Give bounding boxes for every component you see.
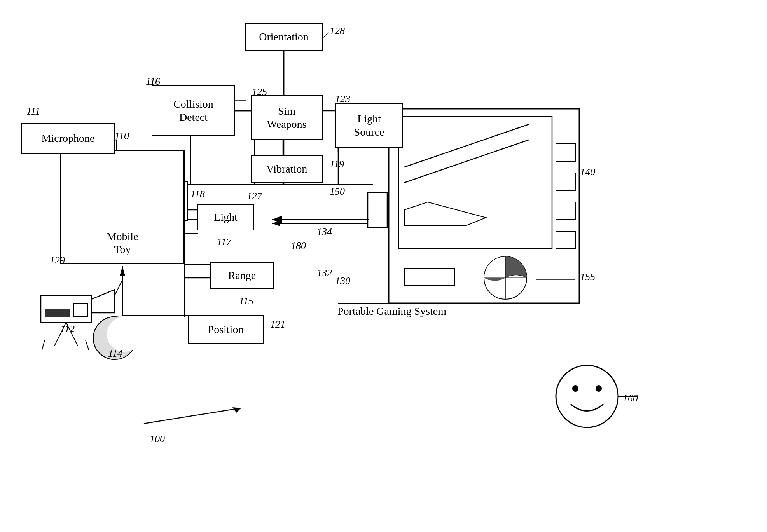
ref-130: 130 (335, 275, 350, 287)
mobile-toy-box: MobileToy (60, 150, 185, 264)
svg-rect-33 (404, 268, 455, 286)
ref-118: 118 (190, 188, 205, 200)
ref-155: 155 (580, 271, 595, 283)
ref-100: 100 (150, 433, 165, 445)
collision-detect-label: CollisionDetect (173, 98, 213, 124)
svg-point-41 (556, 365, 618, 427)
range-box: Range (210, 262, 274, 289)
light-label: Light (214, 211, 238, 224)
svg-rect-40 (556, 231, 575, 249)
vibration-label: Vibration (266, 162, 307, 176)
light-box: Light (197, 204, 254, 230)
svg-point-42 (572, 385, 578, 392)
light-source-label: LightSource (354, 112, 384, 138)
svg-rect-39 (556, 202, 575, 220)
orientation-label: Orientation (259, 30, 309, 44)
ref-129: 129 (50, 255, 65, 266)
ref-121: 121 (270, 319, 285, 330)
svg-rect-0 (0, 0, 767, 532)
range-label: Range (228, 269, 256, 282)
diagram-svg (0, 0, 767, 532)
collision-detect-box: CollisionDetect (152, 85, 235, 136)
ref-150: 150 (330, 186, 345, 197)
ref-160: 160 (623, 392, 638, 404)
ref-180: 180 (291, 240, 306, 252)
svg-rect-27 (368, 192, 387, 227)
ref-140: 140 (580, 166, 595, 178)
ref-119: 119 (330, 159, 344, 170)
ref-125: 125 (252, 86, 267, 98)
ref-111: 111 (26, 106, 40, 117)
ref-128: 128 (330, 25, 345, 37)
ref-132: 132 (317, 267, 332, 279)
ref-115: 115 (239, 295, 253, 307)
ref-112: 112 (60, 323, 75, 335)
svg-rect-29 (398, 117, 552, 249)
portable-gaming-system-label: Portable Gaming System (337, 305, 446, 317)
orientation-box: Orientation (245, 23, 323, 51)
svg-point-43 (596, 385, 602, 392)
light-source-box: LightSource (335, 103, 403, 148)
position-label: Position (208, 323, 244, 336)
ref-127: 127 (247, 190, 262, 202)
sim-weapons-box: SimWeapons (251, 95, 323, 140)
svg-point-46 (107, 317, 142, 352)
ref-110: 110 (115, 130, 129, 142)
diagram-container: Orientation CollisionDetect SimWeapons L… (0, 0, 767, 532)
ref-117: 117 (217, 236, 231, 248)
sim-weapons-label: SimWeapons (267, 105, 307, 131)
ref-123: 123 (335, 93, 350, 105)
ref-116: 116 (146, 76, 160, 87)
position-box: Position (188, 315, 264, 344)
svg-rect-50 (74, 303, 87, 317)
ref-134: 134 (317, 226, 332, 238)
microphone-label: Microphone (42, 132, 95, 145)
mobile-toy-label: MobileToy (107, 230, 138, 256)
svg-rect-37 (556, 144, 575, 161)
microphone-box: Microphone (21, 123, 115, 154)
ref-114: 114 (108, 348, 122, 359)
vibration-box: Vibration (251, 155, 323, 183)
svg-rect-49 (45, 309, 70, 317)
svg-rect-38 (556, 173, 575, 190)
